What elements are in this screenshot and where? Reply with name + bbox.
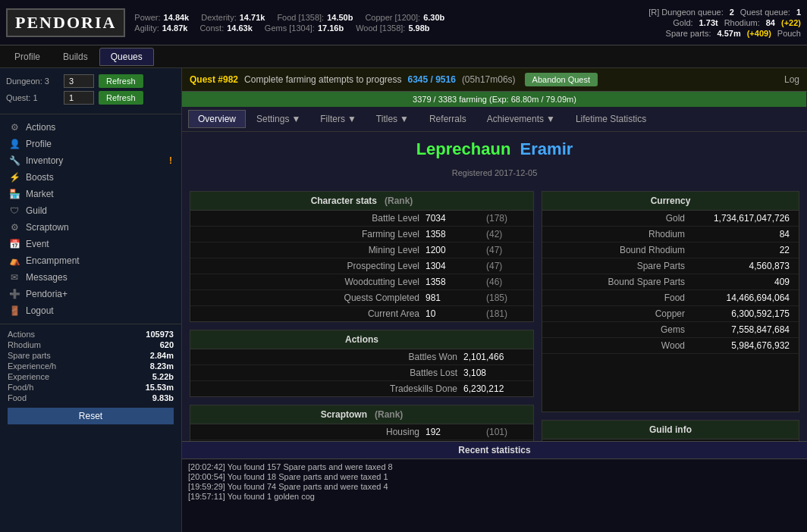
nav-label-event: Event	[26, 239, 172, 249]
nav-item-event[interactable]: 📅 Event	[0, 236, 181, 252]
market-icon: 🏪	[9, 189, 20, 199]
nav-item-profile[interactable]: 👤 Profile	[0, 136, 181, 152]
stat-val-foodh: 15.53m	[146, 383, 174, 392]
sidebar-stats-panel: Actions105973 Rhodium620 Spare parts2.84…	[0, 324, 181, 532]
character-name: Leprechaun Eramir	[190, 139, 799, 159]
nav-item-boosts[interactable]: ⚡ Boosts	[0, 169, 181, 186]
spare-top-value: 4.57m	[717, 29, 740, 38]
currency-row-wood: Wood5,984,676,932	[542, 338, 799, 354]
inventory-icon: 🔧	[9, 155, 20, 166]
power-value: 14.84k	[164, 13, 190, 22]
gems-top-value: 17.16b	[318, 23, 344, 33]
inner-tab-referrals[interactable]: Referrals	[419, 110, 476, 128]
log-button[interactable]: Log	[784, 74, 799, 85]
progress-bar-text: 3379 / 3383 farming (Exp: 68.80m / 79.09…	[413, 95, 576, 104]
messages-icon: ✉	[9, 272, 20, 283]
character-stats-table: Character stats (Rank) Battle Level7034(…	[190, 191, 534, 322]
actions-icon: ⚙	[9, 122, 20, 133]
inner-tabs: Overview Settings ▼ Filters ▼ Titles ▼ R…	[182, 107, 807, 132]
inner-tab-titles[interactable]: Titles ▼	[367, 110, 418, 128]
nav-item-encampment[interactable]: ⛺ Encampment	[0, 252, 181, 269]
dungeon-queue-value: 2	[730, 8, 734, 17]
nav-label-boosts: Boosts	[26, 172, 172, 183]
nav-label-actions: Actions	[26, 122, 172, 133]
currency-row-bound-rhodium: Bound Rhodium22	[542, 243, 799, 258]
dungeon-quest-controls: Dungeon: 3 Refresh Quest: 1 Refresh	[0, 68, 181, 114]
const-value: 14.63k	[227, 23, 253, 33]
inner-tab-overview[interactable]: Overview	[188, 110, 246, 128]
quest-control-label: Quest: 1	[6, 93, 59, 102]
nav-item-scraptown[interactable]: ⚙ Scraptown	[0, 219, 181, 236]
char-stat-row-farming: Farming Level1358(42)	[190, 227, 533, 243]
stat-val-spareparts: 2.84m	[150, 351, 174, 360]
power-label: Power:	[134, 13, 160, 22]
currency-row-spare-parts: Spare Parts4,560,873	[542, 258, 799, 274]
log-panel: Recent statistics [20:02:42] You found 1…	[182, 441, 807, 532]
char-registered: Registered 2017-12-05	[190, 168, 799, 177]
char-stats-rank-header: (Rank)	[385, 196, 413, 206]
quest-refresh-button[interactable]: Refresh	[99, 91, 143, 105]
titles-chevron-icon: ▼	[400, 114, 409, 124]
currency-row-food: Food14,466,694,064	[542, 290, 799, 306]
nav-item-inventory[interactable]: 🔧 Inventory !	[0, 152, 181, 169]
nav-item-market[interactable]: 🏪 Market	[0, 186, 181, 202]
nav-item-guild[interactable]: 🛡 Guild	[0, 202, 181, 219]
tab-queues[interactable]: Queues	[99, 48, 154, 66]
currency-row-rhodium: Rhodium84	[542, 227, 799, 243]
inner-tab-settings[interactable]: Settings ▼	[247, 110, 309, 128]
stat-name-rhodium: Rhodium	[8, 340, 41, 349]
log-header: Recent statistics	[182, 442, 807, 459]
nav-item-pendoriaplus[interactable]: ➕ Pendoria+	[0, 286, 181, 302]
char-stats-header: Character stats (Rank)	[190, 192, 533, 211]
dungeon-refresh-button[interactable]: Refresh	[99, 74, 143, 88]
filters-chevron-icon: ▼	[347, 114, 356, 124]
reset-button[interactable]: Reset	[8, 408, 174, 424]
quest-number: Quest #982	[190, 74, 238, 85]
gems-label: Gems [1304]:	[265, 23, 315, 33]
actions-row-battles-won: Battles Won2,101,466	[190, 349, 533, 365]
guild-icon: 🛡	[9, 205, 20, 216]
encampment-icon: ⛺	[9, 255, 20, 266]
settings-chevron-icon: ▼	[291, 114, 300, 124]
log-entries: [20:02:42] You found 157 Spare parts and…	[182, 459, 807, 532]
char-stat-row-quests: Quests Completed981(185)	[190, 290, 533, 306]
nav-item-logout[interactable]: 🚪 Logout	[0, 302, 181, 319]
tab-builds[interactable]: Builds	[52, 48, 99, 66]
logout-icon: 🚪	[9, 305, 20, 316]
pouch-label: Pouch	[777, 29, 801, 38]
stat-name-exp: Experience	[8, 372, 49, 381]
char-stat-row-mining: Mining Level1200(47)	[190, 243, 533, 258]
agility-value: 14.87k	[162, 23, 188, 33]
wood-label: Wood [1358]:	[356, 23, 405, 33]
nav-item-messages[interactable]: ✉ Messages	[0, 269, 181, 286]
stat-name-food: Food	[8, 393, 27, 402]
spare-delta: (+409)	[747, 29, 771, 38]
boosts-icon: ⚡	[9, 172, 20, 183]
tab-profile[interactable]: Profile	[3, 48, 52, 66]
char-prefix: Leprechaun	[416, 139, 511, 158]
abandon-quest-button[interactable]: Abandon Quest	[525, 73, 598, 86]
scraptown-header: Scraptown (Rank)	[190, 405, 533, 424]
scraptown-stats-table: Scraptown (Rank) Housing192(101) Scrapya…	[190, 405, 534, 441]
top-stats: Power:14.84k Dexterity:14.71k Food [1358…	[134, 13, 444, 33]
nav-label-guild: Guild	[26, 205, 172, 216]
tabs-row: Profile Builds Queues	[0, 45, 807, 68]
content-area: Quest #982 Complete farming attempts to …	[182, 68, 807, 532]
char-stat-row-area: Current Area10(181)	[190, 306, 533, 321]
main-content-tables: Character stats (Rank) Battle Level7034(…	[190, 191, 799, 441]
profile-content: Leprechaun Eramir Registered 2017-12-05 …	[182, 132, 807, 441]
progress-bar-container: 3379 / 3383 farming (Exp: 68.80m / 79.09…	[182, 92, 807, 107]
quest-progress: 6345 / 9516	[407, 74, 455, 85]
inner-tab-filters[interactable]: Filters ▼	[311, 110, 366, 128]
quest-input[interactable]	[64, 91, 94, 105]
stat-val-actions: 105973	[146, 330, 174, 339]
const-label: Const:	[199, 23, 224, 33]
right-column: Currency Gold1,734,617,047,726 Rhodium84…	[542, 191, 799, 441]
inner-tab-lifetime-statistics[interactable]: Lifetime Statistics	[566, 110, 656, 128]
dungeon-input[interactable]	[64, 74, 94, 88]
inner-tab-achievements[interactable]: Achievements ▼	[478, 110, 564, 128]
food-top-value: 14.50b	[327, 13, 353, 22]
nav-item-actions[interactable]: ⚙ Actions	[0, 119, 181, 136]
rhodium-delta: (+22)	[781, 18, 801, 27]
dex-label: Dexterity:	[201, 13, 236, 22]
